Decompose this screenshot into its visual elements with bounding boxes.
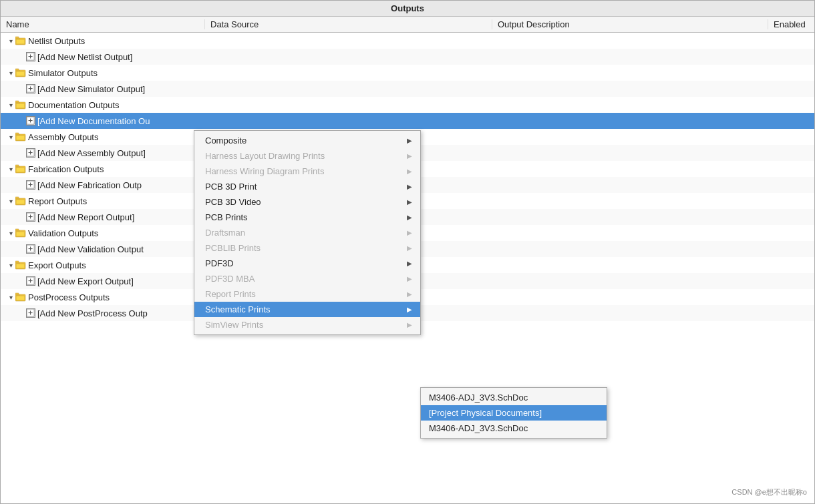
submenu-arrow-icon: ▶ [407, 168, 412, 175]
menu-item-pcb-3d-print[interactable]: PCB 3D Print▶ [194, 179, 420, 194]
menu-item-label: PDF3D MBA [205, 274, 255, 284]
column-headers: Name Data Source Output Description Enab… [1, 17, 814, 33]
svg-rect-31 [16, 168, 25, 172]
submenu-arrow-icon: ▶ [407, 229, 412, 236]
svg-rect-15 [15, 102, 19, 103]
tree-toggle-icon[interactable]: ▾ [6, 164, 15, 174]
tree-item-label: PostProcess Outputs [28, 292, 110, 302]
menu-item-pcblib-prints: PCBLIB Prints▶ [194, 240, 420, 256]
svg-rect-51 [15, 261, 19, 262]
tree-item-label: [Add New Export Output] [37, 276, 134, 286]
svg-rect-10 [16, 71, 25, 76]
svg-rect-30 [15, 165, 19, 166]
menu-item-composite[interactable]: Composite▶ [194, 133, 420, 148]
menu-item-pdf3d[interactable]: PDF3D▶ [194, 256, 420, 271]
submenu-arrow-icon: ▶ [407, 306, 412, 313]
menu-item-harness-wiring: Harness Wiring Diagram Prints▶ [194, 164, 420, 179]
tree-toggle-icon[interactable]: ▾ [6, 228, 15, 238]
context-menu[interactable]: Composite▶Harness Layout Drawing Prints▶… [194, 130, 421, 335]
tree-row[interactable]: [Add New Netlist Output] [1, 49, 814, 65]
folder-icon [15, 164, 26, 174]
add-icon [26, 52, 35, 61]
add-icon [26, 308, 35, 318]
menu-item-schematic-prints[interactable]: Schematic Prints▶ [194, 302, 420, 317]
add-icon [26, 116, 35, 125]
tree-item-label: [Add New Fabrication Outp [37, 180, 142, 190]
tree-row[interactable]: [Add New Documentation Ou [1, 113, 814, 129]
menu-item-pcb-prints[interactable]: PCB Prints▶ [194, 210, 420, 225]
submenu-arrow-icon: ▶ [407, 214, 412, 221]
menu-item-label: PCB 3D Video [205, 197, 261, 207]
add-icon [26, 148, 35, 158]
svg-rect-9 [15, 69, 19, 70]
menu-item-report-prints: Report Prints▶ [194, 286, 420, 302]
tree-item-label: Fabrication Outputs [28, 164, 104, 174]
tree-row[interactable]: ▾ Netlist Outputs [1, 33, 814, 49]
submenu-arrow-icon: ▶ [407, 183, 412, 190]
submenu-arrow-icon: ▶ [407, 260, 412, 267]
svg-rect-44 [15, 229, 19, 230]
tree-row[interactable]: ▾ Documentation Outputs [1, 97, 814, 113]
tree-item-label: Netlist Outputs [28, 36, 85, 46]
col-description-header: Output Description [492, 19, 768, 29]
tree-item-label: [Add New Documentation Ou [37, 116, 150, 126]
submenu-arrow-icon: ▶ [407, 275, 412, 282]
tree-toggle-icon[interactable]: ▾ [6, 100, 15, 109]
svg-rect-23 [15, 133, 19, 134]
col-name-header: Name [1, 19, 204, 29]
menu-item-label: SimView Prints [205, 320, 263, 330]
tree-toggle-icon[interactable]: ▾ [6, 260, 15, 270]
svg-rect-24 [16, 136, 25, 140]
tree-toggle-icon[interactable]: ▾ [6, 68, 15, 77]
submenu-item-m3406-2[interactable]: M3406-ADJ_3V3.SchDoc [421, 421, 607, 436]
tree-item-label: Documentation Outputs [28, 100, 120, 110]
tree-toggle-icon[interactable]: ▾ [6, 36, 15, 45]
svg-rect-37 [15, 197, 19, 198]
tree-item-label: [Add New PostProcess Outp [37, 308, 148, 318]
svg-rect-2 [15, 37, 19, 38]
tree-item-label: Simulator Outputs [28, 68, 98, 78]
submenu-arrow-icon: ▶ [407, 321, 412, 328]
svg-rect-50 [15, 262, 19, 264]
svg-rect-22 [15, 134, 19, 136]
tree-toggle-icon[interactable]: ▾ [6, 132, 15, 142]
menu-item-label: Report Prints [205, 289, 256, 299]
svg-rect-57 [15, 294, 19, 296]
tree-item-label: Assembly Outputs [28, 132, 99, 142]
tree-toggle-icon[interactable]: ▾ [6, 196, 15, 206]
svg-rect-3 [16, 39, 25, 44]
menu-item-label: Harness Wiring Diagram Prints [205, 166, 324, 176]
svg-rect-52 [16, 264, 25, 268]
folder-icon [15, 260, 26, 270]
tree-toggle-icon[interactable]: ▾ [6, 292, 15, 302]
menu-item-label: PDF3D [205, 258, 234, 268]
tree-row[interactable]: ▾ Simulator Outputs [1, 65, 814, 81]
folder-icon [15, 36, 26, 45]
menu-item-pcb-3d-video[interactable]: PCB 3D Video▶ [194, 194, 420, 210]
menu-item-harness-layout: Harness Layout Drawing Prints▶ [194, 148, 420, 164]
svg-rect-29 [15, 166, 19, 168]
folder-icon [15, 228, 26, 238]
submenu-arrow-icon: ▶ [407, 198, 412, 206]
folder-icon [15, 196, 26, 206]
svg-rect-38 [16, 200, 25, 204]
tree-item-label: [Add New Validation Output [37, 244, 144, 254]
add-icon [26, 212, 35, 222]
submenu-item-project-physical[interactable]: [Project Physical Documents] [421, 405, 607, 421]
col-enabled-header: Enabled [768, 19, 814, 29]
svg-rect-17 [16, 103, 25, 108]
svg-rect-58 [15, 293, 19, 294]
tree-item-label: Validation Outputs [28, 228, 98, 238]
svg-rect-8 [15, 70, 19, 71]
add-icon [26, 276, 35, 286]
svg-rect-43 [15, 230, 19, 232]
menu-item-simview-prints: SimView Prints▶ [194, 317, 420, 332]
menu-item-label: Schematic Prints [205, 304, 271, 314]
menu-item-label: Composite [205, 136, 247, 146]
submenu-item-m3406-1[interactable]: M3406-ADJ_3V3.SchDoc [421, 390, 607, 405]
submenu[interactable]: M3406-ADJ_3V3.SchDoc[Project Physical Do… [420, 387, 607, 439]
tree-item-label: [Add New Assembly Output] [37, 148, 146, 158]
submenu-arrow-icon: ▶ [407, 290, 412, 298]
tree-row[interactable]: [Add New Simulator Output] [1, 81, 814, 97]
folder-icon [15, 292, 26, 302]
